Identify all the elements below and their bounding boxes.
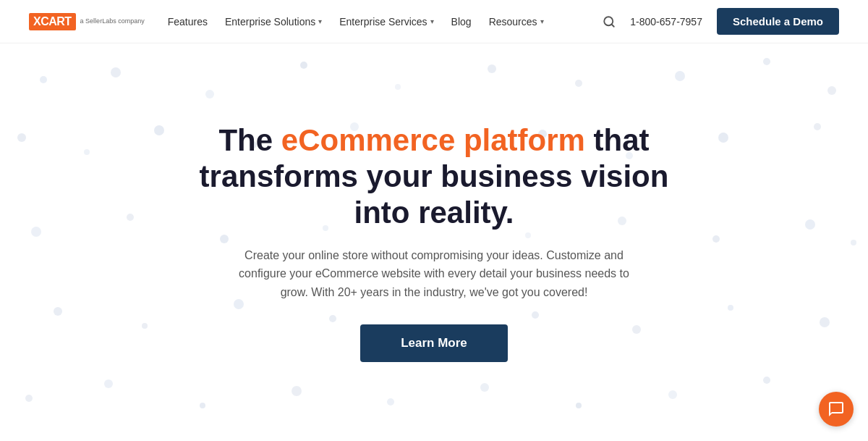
nav-enterprise-services[interactable]: Enterprise Services ▾ — [339, 16, 433, 28]
svg-point-10 — [763, 58, 770, 65]
svg-point-38 — [820, 317, 830, 327]
phone-number: 1-800-657-7957 — [630, 16, 702, 28]
svg-line-1 — [612, 24, 614, 26]
chat-icon — [827, 400, 845, 418]
logo-tagline: a SellerLabs company — [80, 17, 145, 25]
svg-point-39 — [25, 395, 33, 402]
header-right: 1-800-657-7957 Schedule a Demo — [603, 8, 839, 35]
hero-title-highlight: eCommerce platform — [281, 123, 585, 157]
svg-point-13 — [84, 149, 90, 155]
chevron-down-icon: ▾ — [430, 17, 434, 25]
svg-point-11 — [827, 86, 836, 95]
nav-enterprise-solutions[interactable]: Enterprise Solutions ▾ — [225, 16, 322, 28]
svg-point-9 — [675, 71, 685, 81]
svg-point-31 — [54, 307, 62, 316]
svg-point-41 — [200, 403, 205, 408]
schedule-demo-button[interactable]: Schedule a Demo — [717, 8, 839, 35]
svg-point-23 — [127, 214, 134, 221]
logo[interactable]: XCART a SellerLabs company — [29, 13, 145, 30]
hero-title: The eCommerce platform that transforms y… — [195, 122, 673, 232]
svg-point-30 — [851, 240, 856, 245]
svg-point-12 — [17, 133, 26, 142]
hero-section: The eCommerce platform that transforms y… — [0, 43, 868, 441]
learn-more-button[interactable]: Learn More — [360, 324, 508, 362]
chevron-down-icon: ▾ — [540, 17, 544, 25]
hero-content: The eCommerce platform that transforms y… — [181, 122, 687, 363]
chevron-down-icon: ▾ — [318, 17, 322, 25]
svg-point-7 — [488, 64, 496, 73]
hero-title-part1: The — [218, 123, 281, 157]
svg-point-8 — [575, 80, 582, 87]
search-icon[interactable] — [603, 15, 616, 28]
svg-point-3 — [111, 67, 121, 77]
svg-point-42 — [292, 386, 302, 396]
svg-point-32 — [142, 323, 148, 329]
nav-blog[interactable]: Blog — [451, 16, 472, 28]
main-nav: Features Enterprise Solutions ▾ Enterpri… — [168, 16, 603, 28]
chat-bubble-button[interactable] — [819, 392, 854, 427]
svg-point-43 — [387, 398, 394, 406]
svg-point-46 — [668, 390, 677, 399]
nav-features[interactable]: Features — [168, 16, 208, 28]
svg-point-6 — [395, 84, 401, 90]
svg-point-28 — [712, 235, 720, 243]
svg-point-4 — [205, 90, 214, 98]
svg-point-2 — [40, 76, 47, 83]
svg-point-14 — [154, 125, 164, 135]
svg-point-44 — [480, 383, 489, 392]
svg-point-47 — [763, 377, 770, 384]
nav-resources[interactable]: Resources ▾ — [489, 16, 544, 28]
svg-point-37 — [728, 305, 733, 311]
svg-point-5 — [300, 62, 307, 69]
svg-point-45 — [576, 403, 582, 408]
svg-point-21 — [814, 123, 821, 130]
header: XCART a SellerLabs company Features Ente… — [0, 0, 868, 43]
logo-text: XCART — [29, 13, 76, 30]
svg-point-20 — [718, 133, 728, 143]
hero-subtitle: Create your online store without comprom… — [231, 246, 637, 302]
svg-point-29 — [805, 219, 815, 230]
svg-point-22 — [31, 227, 41, 237]
svg-point-40 — [104, 379, 113, 388]
